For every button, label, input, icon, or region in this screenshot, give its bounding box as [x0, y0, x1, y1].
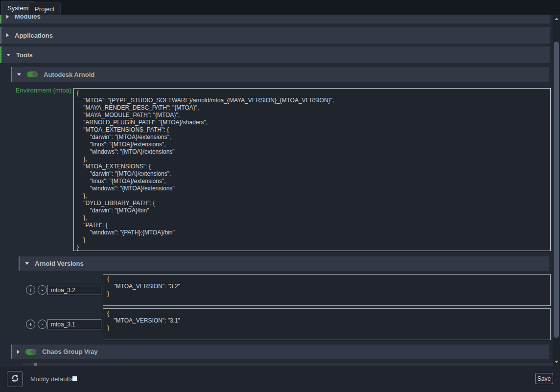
save-button[interactable]: Save: [535, 373, 553, 384]
vertical-scrollbar[interactable]: [553, 15, 560, 366]
environment-mtoa-textarea[interactable]: { "MTOA": "{PYPE_STUDIO_SOFTWARE}/arnold…: [73, 88, 551, 251]
settings-scroll-area: Modules Applications Tools Autodesk Arno…: [0, 15, 553, 366]
section-header-arnold-versions[interactable]: Arnold Versions: [19, 256, 549, 271]
collapsed-triangle-icon: [6, 15, 9, 19]
section-header-chaos-group-vray[interactable]: Chaos Group Vray: [11, 345, 549, 359]
section-label: Autodesk Arnold: [44, 71, 94, 78]
collapsed-triangle-icon: [17, 350, 20, 354]
collapsed-triangle-icon: [6, 33, 9, 37]
section-label: Chaos Group Vray: [42, 348, 97, 355]
version-key-input[interactable]: [47, 285, 101, 295]
section-label: Arnold Versions: [35, 260, 84, 267]
modify-defaults-checkbox[interactable]: [72, 376, 77, 381]
refresh-icon: [11, 374, 20, 384]
expanded-triangle-icon: [25, 262, 29, 265]
triangle-down-icon: [555, 361, 559, 363]
section-header-autodesk-arnold[interactable]: Autodesk Arnold: [11, 67, 549, 82]
settings-tabbar: System Project: [0, 0, 560, 15]
remove-version-button[interactable]: -: [38, 320, 47, 329]
remove-version-button[interactable]: -: [38, 285, 47, 295]
add-version-button[interactable]: +: [26, 285, 35, 295]
section-label: Tools: [16, 51, 33, 59]
expanded-triangle-icon: [6, 54, 10, 56]
refresh-button[interactable]: [7, 371, 23, 387]
add-version-button[interactable]: +: [26, 320, 35, 329]
scroll-up-button[interactable]: [553, 16, 560, 22]
footer-bar: Modify defaults Save: [0, 366, 560, 392]
section-header-tools[interactable]: Tools: [0, 46, 550, 63]
toggle-knob: [32, 72, 37, 77]
expanded-triangle-icon: [17, 73, 21, 76]
section-header-applications[interactable]: Applications: [0, 27, 550, 44]
arnold-enabled-toggle[interactable]: [27, 71, 38, 77]
triangle-up-icon: [555, 18, 559, 20]
version-value-textarea[interactable]: { "MTOA_VERSION": "3.2" }: [103, 274, 551, 306]
tab-project[interactable]: Project: [28, 2, 61, 15]
vray-enabled-toggle[interactable]: [25, 349, 36, 355]
modify-defaults-label: Modify defaults: [30, 375, 73, 383]
scrollbar-thumb[interactable]: [554, 42, 559, 338]
scroll-down-button[interactable]: [553, 359, 560, 365]
toggle-knob: [31, 349, 36, 354]
environment-mtoa-label: Environment (mtoa): [0, 87, 71, 94]
section-header-modules[interactable]: Modules: [0, 15, 550, 23]
section-label: Modules: [15, 15, 41, 20]
version-value-textarea[interactable]: { "MTOA_VERSION": "3.1" }: [103, 308, 551, 340]
section-label: Applications: [15, 32, 53, 39]
version-key-input[interactable]: [47, 319, 101, 329]
